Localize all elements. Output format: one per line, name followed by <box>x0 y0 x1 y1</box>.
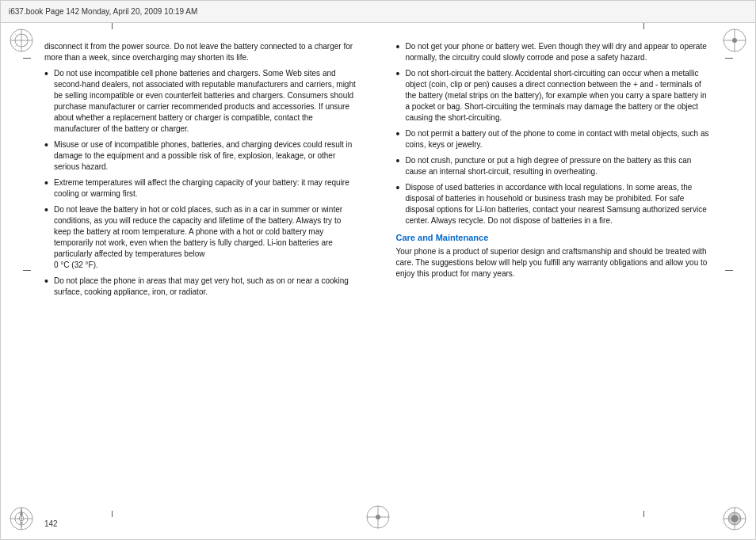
left-bullet-list: •Do not use incompatible cell phone batt… <box>44 68 361 298</box>
bullet-icon: • <box>396 155 403 167</box>
bullet-icon: • <box>396 128 403 140</box>
header-bar: i637.book Page 142 Monday, April 20, 200… <box>1 1 755 23</box>
tick-top-left <box>112 23 113 29</box>
bullet-text: Misuse or use of incompatible phones, ba… <box>54 139 361 173</box>
bullet-text: Do not leave the battery in hot or cold … <box>54 204 361 271</box>
list-item: •Do not get your phone or battery wet. E… <box>396 41 712 63</box>
bullet-text: Dispose of used batteries in accordance … <box>406 182 712 226</box>
bullet-text: Do not get your phone or battery wet. Ev… <box>406 41 712 63</box>
svg-line-4 <box>15 34 18 37</box>
right-column: •Do not get your phone or battery wet. E… <box>396 37 712 500</box>
tick-top-right <box>643 23 644 29</box>
tick-right-top <box>725 58 733 59</box>
bullet-icon: • <box>44 68 51 80</box>
list-item: •Do not permit a battery out of the phon… <box>396 128 712 150</box>
list-item: •Do not crush, puncture or put a high de… <box>396 155 712 177</box>
page-number: 142 <box>44 519 58 528</box>
right-bullet-list: •Do not get your phone or battery wet. E… <box>396 41 712 226</box>
bullet-text: Do not short-circuit the battery. Accide… <box>406 68 712 124</box>
list-item: •Do not short-circuit the battery. Accid… <box>396 68 712 124</box>
bullet-icon: • <box>44 276 51 287</box>
list-item: •Do not leave the battery in hot or cold… <box>44 204 361 271</box>
svg-line-6 <box>15 44 18 47</box>
corner-br-icon <box>720 504 749 533</box>
bullet-text: Do not place the phone in areas that may… <box>54 276 361 298</box>
bullet-icon: • <box>396 41 403 53</box>
corner-bl-icon <box>7 504 36 533</box>
tick-left-mid <box>23 270 31 271</box>
bullet-icon: • <box>396 182 403 194</box>
bullet-icon: • <box>44 139 51 151</box>
column-divider <box>378 37 379 500</box>
bullet-icon: • <box>44 204 51 216</box>
center-bottom-icon <box>364 503 392 531</box>
list-item: •Dispose of used batteries in accordance… <box>396 182 712 226</box>
bullet-text: Do not use incompatible cell phone batte… <box>54 68 361 135</box>
tick-right-mid <box>725 270 733 271</box>
page-container: i637.book Page 142 Monday, April 20, 200… <box>0 0 756 540</box>
section-text: Your phone is a product of superior desi… <box>396 246 712 280</box>
tick-left-top <box>23 58 31 59</box>
bullet-text: Extreme temperatures will affect the cha… <box>54 177 361 200</box>
bullet-icon: • <box>44 177 51 189</box>
content-area: disconnect it from the power source. Do … <box>44 37 712 500</box>
intro-text: disconnect it from the power source. Do … <box>44 41 361 63</box>
svg-line-7 <box>25 44 28 47</box>
left-column: disconnect it from the power source. Do … <box>44 37 361 500</box>
bullet-icon: • <box>396 68 403 80</box>
bullet-text: Do not permit a battery out of the phone… <box>406 128 712 150</box>
list-item: •Extreme temperatures will affect the ch… <box>44 177 361 200</box>
tick-bottom-right <box>643 511 644 517</box>
bullet-text: Do not crush, puncture or put a high deg… <box>406 155 712 177</box>
svg-line-5 <box>25 34 28 37</box>
list-item: •Misuse or use of incompatible phones, b… <box>44 139 361 173</box>
care-maintenance-heading: Care and Maintenance <box>396 233 712 242</box>
corner-tr-icon <box>720 26 749 55</box>
corner-tl-icon <box>7 26 36 55</box>
tick-bottom-left <box>112 511 113 517</box>
list-item: •Do not use incompatible cell phone batt… <box>44 68 361 135</box>
header-text: i637.book Page 142 Monday, April 20, 200… <box>9 7 197 16</box>
list-item: •Do not place the phone in areas that ma… <box>44 276 361 298</box>
